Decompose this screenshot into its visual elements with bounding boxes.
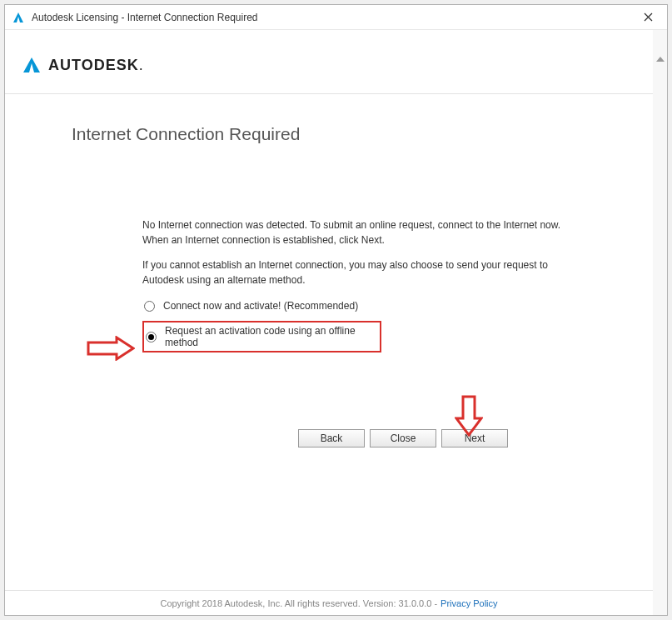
privacy-link[interactable]: Privacy Policy [441,598,497,608]
titlebar: Autodesk Licensing - Internet Connection… [5,5,667,30]
brand-name: AUTODESK [48,57,139,74]
option-label: Request an activation code using an offl… [165,325,375,348]
content: AUTODESK. Internet Connection Required N… [5,30,667,615]
scroll-up-icon[interactable] [656,47,665,72]
option-connect-now[interactable]: Connect now and activate! (Recommended) [142,298,667,314]
paragraph-2: If you cannot establish an Internet conn… [142,258,567,288]
radio-group: Connect now and activate! (Recommended) … [5,298,667,352]
next-button[interactable]: Next [441,429,508,448]
autodesk-logo-icon [22,55,42,75]
copyright-text: Copyright 2018 Autodesk, Inc. All rights… [160,598,437,608]
back-button[interactable]: Back [298,429,365,448]
option-offline-request[interactable]: Request an activation code using an offl… [142,321,381,352]
radio-icon[interactable] [144,301,155,312]
content-wrapper: AUTODESK. Internet Connection Required N… [5,30,667,615]
paragraph-1: No Internet connection was detected. To … [142,218,567,248]
brand-header: AUTODESK. [5,30,667,94]
window-title: Autodesk Licensing - Internet Connection… [32,12,635,23]
radio-icon[interactable] [146,332,157,342]
scrollbar[interactable] [653,30,667,615]
option-label: Connect now and activate! (Recommended) [163,300,358,312]
body-text: No Internet connection was detected. To … [5,218,667,288]
footer: Copyright 2018 Autodesk, Inc. All rights… [5,590,653,615]
page-title: Internet Connection Required [5,94,667,144]
dialog-window: Autodesk Licensing - Internet Connection… [4,4,668,616]
close-icon[interactable] [635,6,660,29]
button-row: Back Close Next [5,429,667,448]
close-button[interactable]: Close [370,429,436,448]
app-icon [12,11,25,24]
